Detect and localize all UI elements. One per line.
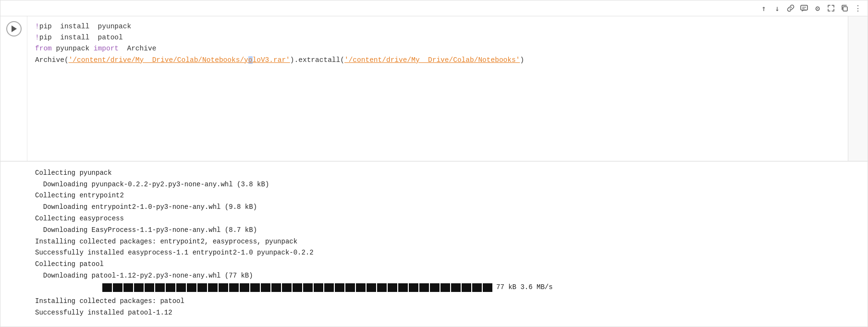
progress-block	[219, 283, 228, 292]
progress-block	[451, 283, 461, 292]
progress-block	[345, 283, 355, 292]
output-line-5: Collecting easyprocess	[35, 215, 124, 222]
expand-icon[interactable]	[825, 2, 837, 14]
progress-block	[324, 283, 334, 292]
progress-block	[472, 283, 482, 292]
exclaim-1: !	[35, 23, 39, 30]
output-line-10: Downloading patool-1.12-py2.py3-none-any…	[35, 272, 253, 279]
svg-rect-0	[801, 5, 807, 10]
progress-block	[419, 283, 429, 292]
run-button[interactable]	[6, 21, 22, 36]
progress-block	[261, 283, 270, 292]
output-line-12: Successfully installed patool-1.12	[35, 309, 172, 316]
progress-block	[271, 283, 281, 292]
progress-block	[335, 283, 344, 292]
notebook-cell: ↑ ↓ ⚙ ⋮	[0, 0, 868, 327]
progress-block	[197, 283, 207, 292]
progress-block	[145, 283, 154, 292]
import-keyword: import	[94, 45, 119, 52]
move-down-icon[interactable]: ↓	[771, 2, 783, 14]
archive-call: Archive('/content/drive/My Drive/Colab/N…	[35, 56, 524, 64]
code-cell-area: !pip install pyunpack !pip install patoo…	[0, 16, 868, 161]
progress-block	[187, 283, 196, 292]
progress-block	[377, 283, 387, 292]
progress-block	[176, 283, 186, 292]
progress-block	[240, 283, 249, 292]
progress-block	[208, 283, 218, 292]
output-line-3: Collecting entrypoint2	[35, 192, 124, 199]
path-string-2: '/content/drive/My Drive/Colab/Notebooks…	[344, 56, 520, 64]
run-button-column	[0, 16, 27, 161]
output-line-6: Downloading EasyProcess-1.1-py3-none-any…	[35, 226, 257, 234]
progress-block	[409, 283, 418, 292]
progress-block	[229, 283, 239, 292]
module-name: pyunpack	[52, 45, 94, 52]
pip-cmd-2: pip install patool	[39, 34, 123, 41]
progress-block	[113, 283, 122, 292]
download-progress: 77 kB 3.6 MB/s	[102, 282, 553, 293]
output-line-2: Downloading pyunpack-0.2.2-py2.py3-none-…	[35, 181, 269, 188]
from-keyword: from	[35, 45, 52, 52]
pip-cmd-1: pip install pyunpack	[39, 23, 131, 30]
cell-toolbar: ↑ ↓ ⚙ ⋮	[0, 0, 868, 16]
svg-marker-4	[12, 25, 17, 32]
path-string-1: '/content/drive/My Drive/Colab/Notebooks…	[69, 56, 290, 64]
progress-block	[282, 283, 292, 292]
progress-block	[123, 283, 133, 292]
cell-output: Collecting pyunpack Downloading pyunpack…	[0, 161, 868, 327]
output-line-8: Successfully installed easyprocess-1.1 e…	[35, 249, 314, 256]
move-up-icon[interactable]: ↑	[758, 2, 770, 14]
progress-block	[440, 283, 450, 292]
svg-rect-3	[843, 7, 847, 11]
progress-block	[303, 283, 313, 292]
output-line-9: Collecting patool	[35, 260, 104, 268]
output-line-4: Downloading entrypoint2-1.0-py3-none-any…	[35, 203, 257, 211]
output-line-11: Installing collected packages: patool	[35, 297, 184, 305]
import-rest: Archive	[119, 45, 156, 52]
progress-block	[314, 283, 323, 292]
progress-block	[293, 283, 302, 292]
output-line-1: Collecting pyunpack	[35, 169, 112, 177]
code-editor[interactable]: !pip install pyunpack !pip install patoo…	[27, 16, 848, 161]
cell-sidebar	[848, 16, 868, 161]
copy-icon[interactable]	[839, 2, 850, 14]
output-line-7: Installing collected packages: entrypoin…	[35, 238, 297, 245]
progress-block	[102, 283, 112, 292]
exclaim-2: !	[35, 34, 39, 41]
progress-block	[134, 283, 144, 292]
progress-bar-blocks	[102, 283, 492, 292]
progress-block	[483, 283, 492, 292]
progress-block	[166, 283, 175, 292]
settings-icon[interactable]: ⚙	[812, 2, 823, 14]
comment-icon[interactable]	[798, 2, 810, 14]
progress-label: 77 kB 3.6 MB/s	[496, 282, 553, 293]
progress-block	[367, 283, 376, 292]
progress-block	[388, 283, 397, 292]
progress-block	[430, 283, 440, 292]
progress-block	[462, 283, 471, 292]
progress-block	[250, 283, 260, 292]
progress-block	[356, 283, 366, 292]
link-icon[interactable]	[785, 2, 796, 14]
progress-block	[398, 283, 408, 292]
more-options-icon[interactable]: ⋮	[852, 2, 864, 14]
progress-block	[155, 283, 165, 292]
